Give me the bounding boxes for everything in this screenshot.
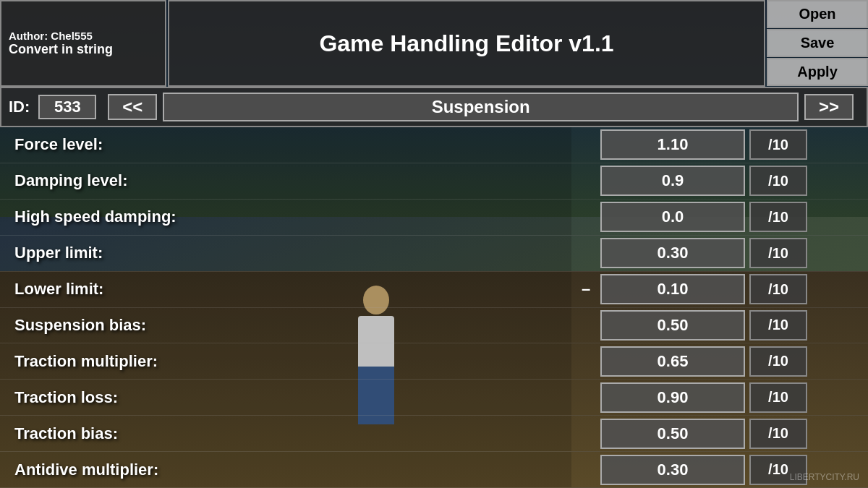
param-unit: /10 xyxy=(749,238,807,268)
app-title: Game Handling Editor v1.1 xyxy=(319,30,613,57)
param-minus[interactable]: – xyxy=(571,280,600,299)
param-value[interactable]: 0.65 xyxy=(600,346,745,377)
param-label: Damping level: xyxy=(0,163,571,199)
id-nav-row: ID: << Suspension >> xyxy=(0,87,868,127)
param-value[interactable]: 0.9 xyxy=(600,166,745,196)
param-value[interactable]: 0.10 xyxy=(600,274,745,304)
param-value[interactable]: 0.30 xyxy=(600,238,745,268)
param-label: High speed damping: xyxy=(0,200,571,235)
param-unit: /10 xyxy=(749,346,807,377)
param-value[interactable]: 0.50 xyxy=(600,310,745,341)
param-unit: /10 xyxy=(749,166,807,196)
title-block: Game Handling Editor v1.1 xyxy=(168,0,765,87)
open-button[interactable]: Open xyxy=(767,0,868,28)
save-button[interactable]: Save xyxy=(767,29,868,57)
param-unit: /10 xyxy=(749,129,807,160)
id-label: ID: xyxy=(9,98,30,116)
watermark: LIBERTYCITY.RU xyxy=(790,472,859,482)
author-text: Author: Chel555 xyxy=(9,30,93,42)
param-unit: /10 xyxy=(749,274,807,304)
param-row: High speed damping:0.0/10 xyxy=(0,200,868,236)
param-row: Lower limit:–0.10/10 xyxy=(0,272,868,308)
param-label: Traction loss: xyxy=(0,380,571,415)
param-value[interactable]: 1.10 xyxy=(600,129,745,160)
param-row: Force level:1.10/10 xyxy=(0,127,868,163)
param-unit: /10 xyxy=(749,382,807,413)
nav-name: Suspension xyxy=(163,93,799,121)
action-buttons: Open Save Apply xyxy=(767,0,868,87)
params-content: Force level:1.10/10Damping level:0.9/10H… xyxy=(0,127,868,488)
param-row: Traction bias:0.50/10 xyxy=(0,416,868,452)
author-block: Author: Chel555 Convert in string xyxy=(0,0,166,87)
id-input[interactable] xyxy=(38,95,96,119)
param-row: Suspension bias:0.50/10 xyxy=(0,308,868,344)
param-value[interactable]: 0.90 xyxy=(600,382,745,413)
param-row: Damping level:0.9/10 xyxy=(0,163,868,200)
param-label: Traction bias: xyxy=(0,416,571,451)
param-value[interactable]: 0.50 xyxy=(600,419,745,449)
param-unit: /10 xyxy=(749,419,807,449)
param-unit: /10 xyxy=(749,310,807,341)
param-label: Suspension bias: xyxy=(0,308,571,343)
param-value[interactable]: 0.0 xyxy=(600,202,745,232)
param-label: Antidive multiplier: xyxy=(0,452,571,487)
apply-button[interactable]: Apply xyxy=(767,58,868,86)
param-row: Traction loss:0.90/10 xyxy=(0,380,868,416)
param-label: Lower limit: xyxy=(0,272,571,307)
nav-prev-button[interactable]: << xyxy=(108,94,157,120)
param-row: Upper limit:0.30/10 xyxy=(0,236,868,272)
param-label: Traction multiplier: xyxy=(0,343,571,379)
param-unit: /10 xyxy=(749,202,807,232)
param-row: Antidive multiplier:0.30/10 xyxy=(0,452,868,488)
nav-next-button[interactable]: >> xyxy=(804,94,854,120)
param-row: Traction multiplier:0.65/10 xyxy=(0,343,868,380)
param-label: Force level: xyxy=(0,127,571,163)
convert-text: Convert in string xyxy=(9,42,113,57)
param-value[interactable]: 0.30 xyxy=(600,455,745,485)
param-label: Upper limit: xyxy=(0,236,571,271)
